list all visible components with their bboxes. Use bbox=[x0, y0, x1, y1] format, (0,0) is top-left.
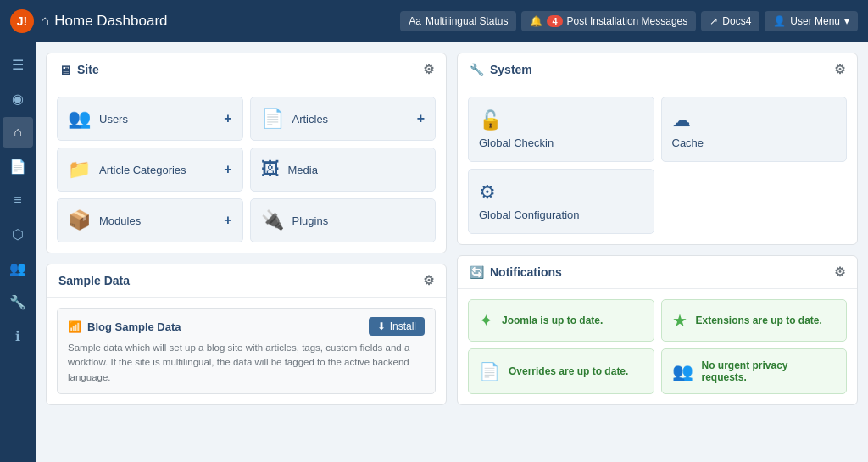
brand-area: J! ⌂ Home Dashboard bbox=[10, 9, 393, 33]
extensions-uptodate-notification[interactable]: ★ Extensions are up to date. bbox=[661, 299, 848, 342]
overrides-uptodate-notification[interactable]: 📄 Overrides are up to date. bbox=[468, 348, 654, 394]
download-icon: ⬇ bbox=[377, 320, 386, 332]
monitor-icon: 🖥 bbox=[58, 63, 71, 77]
privacy-notification[interactable]: 👥 No urgent privacy requests. bbox=[661, 348, 848, 394]
site-panel: 🖥 Site ⚙ 👥 Users + bbox=[46, 53, 447, 253]
wrench-icon: 🔧 bbox=[470, 63, 484, 76]
media-link-icon: 🖼 bbox=[261, 159, 280, 181]
modules-link[interactable]: 📦 Modules + bbox=[57, 198, 243, 242]
sidebar-item-toggle[interactable]: ☰ bbox=[3, 49, 33, 80]
site-panel-header: 🖥 Site ⚙ bbox=[47, 53, 446, 86]
multilingual-status-button[interactable]: Aa Multilingual Status bbox=[400, 11, 516, 31]
blog-sample-header: 📶 Blog Sample Data ⬇ Install bbox=[68, 317, 425, 336]
modules-plus-icon[interactable]: + bbox=[224, 213, 231, 228]
system-panel-gear-icon[interactable]: ⚙ bbox=[834, 62, 845, 77]
global-configuration-link[interactable]: ⚙ Global Configuration bbox=[468, 169, 654, 234]
site-panel-gear-icon[interactable]: ⚙ bbox=[423, 62, 434, 77]
left-column: 🖥 Site ⚙ 👥 Users + bbox=[46, 53, 447, 452]
navbar: J! ⌂ Home Dashboard Aa Multilingual Stat… bbox=[0, 0, 868, 42]
users-plus-icon[interactable]: + bbox=[224, 111, 231, 126]
blog-sample-description: Sample data which will set up a blog sit… bbox=[68, 341, 425, 385]
article-categories-link[interactable]: 📁 Article Categories + bbox=[57, 148, 243, 192]
sidebar-item-visibility[interactable]: ◉ bbox=[3, 83, 33, 114]
sidebar-item-users[interactable]: 👥 bbox=[3, 253, 33, 283]
sidebar-item-menus[interactable]: ≡ bbox=[3, 185, 33, 215]
notifications-panel: 🔄 Notifications ⚙ ✦ Joomla is up to date… bbox=[457, 255, 858, 405]
sidebar: ☰ ◉ ⌂ 📄 ≡ ⬡ 👥 🔧 ℹ bbox=[0, 42, 36, 462]
main-content: 🖥 Site ⚙ 👥 Users + bbox=[36, 42, 868, 462]
system-panel: 🔧 System ⚙ 🔓 Global Checkin ☁ bbox=[457, 53, 858, 245]
chevron-down-icon: ▾ bbox=[844, 15, 849, 27]
notifications-gear-icon[interactable]: ⚙ bbox=[834, 264, 845, 280]
global-checkin-link[interactable]: 🔓 Global Checkin bbox=[468, 97, 654, 162]
sample-data-panel: Sample Data ⚙ 📶 Blog Sample Data bbox=[46, 264, 447, 405]
override-icon: 📄 bbox=[479, 361, 500, 381]
users-link-icon: 👥 bbox=[68, 108, 91, 130]
sidebar-item-content[interactable]: 📄 bbox=[3, 151, 33, 181]
joomla-check-icon: ✦ bbox=[479, 310, 493, 331]
users-link[interactable]: 👥 Users + bbox=[57, 97, 243, 141]
wifi-icon: 📶 bbox=[68, 320, 81, 333]
post-installation-button[interactable]: 🔔 4 Post Installation Messages bbox=[521, 11, 696, 31]
categories-plus-icon[interactable]: + bbox=[224, 162, 231, 177]
system-panel-body: 🔓 Global Checkin ☁ Cache ⚙ Global Config… bbox=[458, 86, 857, 244]
sidebar-item-system[interactable]: 🔧 bbox=[3, 287, 33, 317]
sample-data-body: 📶 Blog Sample Data ⬇ Install Sample data… bbox=[47, 298, 446, 404]
articles-link-icon: 📄 bbox=[261, 108, 284, 130]
site-panel-title-group: 🖥 Site bbox=[58, 63, 99, 77]
config-gear-icon: ⚙ bbox=[479, 181, 496, 203]
app-body: ☰ ◉ ⌂ 📄 ≡ ⬡ 👥 🔧 ℹ 🖥 Site ⚙ bbox=[0, 42, 868, 462]
multilingual-icon: Aa bbox=[409, 15, 421, 27]
unlock-icon: 🔓 bbox=[479, 109, 502, 131]
cache-link[interactable]: ☁ Cache bbox=[661, 97, 848, 162]
cloud-icon: ☁ bbox=[672, 109, 691, 131]
sample-data-gear-icon[interactable]: ⚙ bbox=[423, 273, 434, 288]
notifications-panel-header: 🔄 Notifications ⚙ bbox=[458, 256, 857, 289]
refresh-icon: 🔄 bbox=[470, 265, 484, 279]
docs-button[interactable]: ↗ Docs4 bbox=[701, 11, 760, 31]
articles-plus-icon[interactable]: + bbox=[417, 111, 425, 126]
sample-data-header: Sample Data ⚙ bbox=[47, 264, 446, 298]
notification-grid: ✦ Joomla is up to date. ★ Extensions are… bbox=[468, 299, 847, 394]
modules-link-icon: 📦 bbox=[68, 209, 91, 231]
system-panel-header: 🔧 System ⚙ bbox=[458, 53, 857, 86]
navbar-actions: Aa Multilingual Status 🔔 4 Post Installa… bbox=[400, 11, 858, 31]
user-menu-button[interactable]: 👤 User Menu ▾ bbox=[765, 11, 858, 31]
external-link-icon: ↗ bbox=[709, 15, 718, 27]
system-links: 🔓 Global Checkin ☁ Cache ⚙ Global Config… bbox=[468, 97, 847, 234]
install-button[interactable]: ⬇ Install bbox=[369, 317, 425, 336]
joomla-logo: J! bbox=[10, 9, 34, 33]
blog-sample-item: 📶 Blog Sample Data ⬇ Install Sample data… bbox=[57, 308, 436, 394]
joomla-uptodate-notification[interactable]: ✦ Joomla is up to date. bbox=[468, 299, 654, 342]
bell-icon: 🔔 bbox=[530, 15, 542, 27]
site-quick-links: 👥 Users + 📄 Articles + bbox=[57, 97, 436, 242]
plugins-link[interactable]: 🔌 Plugins bbox=[250, 198, 437, 242]
page-title: ⌂ Home Dashboard bbox=[41, 13, 168, 30]
home-nav-icon: ⌂ bbox=[41, 13, 49, 30]
sidebar-item-info[interactable]: ℹ bbox=[3, 320, 33, 351]
sidebar-item-extensions[interactable]: ⬡ bbox=[3, 219, 33, 249]
right-column: 🔧 System ⚙ 🔓 Global Checkin ☁ bbox=[457, 53, 858, 452]
sidebar-item-home[interactable]: ⌂ bbox=[3, 117, 33, 148]
notifications-panel-body: ✦ Joomla is up to date. ★ Extensions are… bbox=[458, 289, 857, 404]
privacy-icon: 👥 bbox=[672, 361, 693, 381]
media-link[interactable]: 🖼 Media bbox=[250, 148, 437, 192]
categories-link-icon: 📁 bbox=[68, 159, 91, 181]
plugins-link-icon: 🔌 bbox=[261, 209, 284, 231]
site-panel-body: 👥 Users + 📄 Articles + bbox=[47, 86, 446, 253]
user-icon: 👤 bbox=[773, 15, 786, 27]
articles-link[interactable]: 📄 Articles + bbox=[250, 97, 437, 141]
star-icon: ★ bbox=[672, 310, 687, 331]
